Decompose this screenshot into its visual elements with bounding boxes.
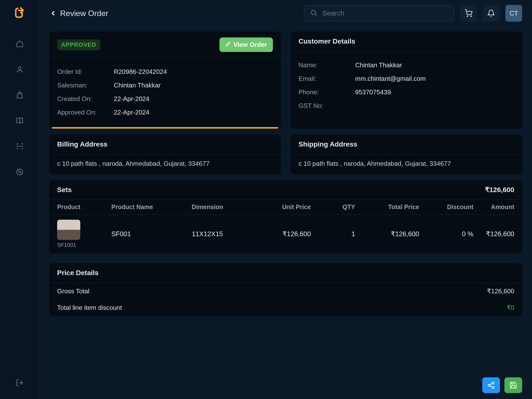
- shipping-title: Shipping Address: [291, 134, 522, 154]
- search-box[interactable]: [304, 5, 454, 21]
- info-value: 9537075439: [355, 88, 391, 96]
- back-button[interactable]: Review Order: [49, 9, 108, 18]
- main: Review Order CT APPROVED View Order: [39, 0, 532, 399]
- order-info-row: Approved On:22-Apr-2024: [57, 106, 273, 119]
- avatar[interactable]: CT: [505, 5, 522, 22]
- col-name: Product Name: [111, 203, 173, 211]
- product-dimension: 11X12X15: [173, 230, 242, 238]
- col-unit-price: Unit Price: [242, 203, 311, 211]
- order-info-row: Created On:22-Apr-2024: [57, 92, 273, 106]
- svg-point-3: [311, 10, 316, 15]
- search-input[interactable]: [322, 9, 448, 17]
- table-header: Product Product Name Dimension Unit Pric…: [49, 200, 522, 215]
- svg-point-1: [18, 171, 19, 171]
- billing-card: Billing Address c 10 path flats , naroda…: [49, 134, 281, 174]
- customer-info-row: Name:Chintan Thakkar: [299, 58, 514, 72]
- col-product: Product: [57, 203, 111, 211]
- page-title: Review Order: [60, 9, 108, 18]
- info-label: Order Id:: [57, 68, 114, 76]
- share-button[interactable]: [482, 377, 500, 393]
- info-value: R20986-22042024: [114, 68, 167, 76]
- info-value: 22-Apr-2024: [114, 109, 150, 116]
- order-info-row: Order Id:R20986-22042024: [57, 65, 273, 79]
- sidebar-nav: [15, 39, 24, 378]
- price-row: Total line item discount₹0: [49, 299, 522, 316]
- svg-point-2: [20, 173, 21, 173]
- product-cell: SF1001: [57, 220, 111, 248]
- customer-info-row: GST No:: [299, 99, 514, 113]
- logout-icon[interactable]: [15, 378, 24, 387]
- home-icon[interactable]: [15, 39, 24, 48]
- price-value: ₹0: [507, 304, 514, 312]
- col-amount: Amount: [473, 203, 514, 211]
- app-logo: [13, 6, 27, 20]
- info-label: Phone:: [299, 88, 355, 96]
- svg-point-7: [488, 384, 490, 386]
- sets-title: Sets: [57, 186, 72, 194]
- price-label: Gross Total: [57, 287, 89, 295]
- discount-icon[interactable]: [15, 167, 24, 176]
- info-value: 22-Apr-2024: [114, 95, 150, 103]
- product-amount: ₹126,600: [473, 230, 514, 238]
- svg-point-8: [492, 386, 494, 388]
- topbar: Review Order CT: [39, 0, 532, 27]
- info-value: Chintan Thakkar: [114, 82, 161, 89]
- product-code: SF1001: [57, 242, 76, 248]
- price-details-card: Price Details Gross Total₹126,600Total l…: [49, 263, 522, 316]
- info-label: Salesman:: [57, 82, 114, 89]
- search-icon: [310, 9, 317, 17]
- info-label: Approved On:: [57, 109, 114, 116]
- table-row: SF1001SF00111X12X15₹126,6001₹126,6000 %₹…: [49, 215, 522, 253]
- svg-point-5: [471, 16, 471, 17]
- customer-info-row: Email:mm.chintant@gmail.com: [299, 72, 514, 85]
- info-label: GST No:: [299, 102, 355, 110]
- billing-title: Billing Address: [49, 134, 281, 154]
- billing-address: c 10 path flats , naroda, Ahmedabad, Guj…: [49, 154, 281, 174]
- cart-button[interactable]: [460, 5, 477, 22]
- product-qty: 1: [311, 230, 355, 238]
- shipping-address: c 10 path flats , naroda, Ahmedabad, Guj…: [291, 154, 522, 174]
- scan-icon[interactable]: [15, 142, 24, 151]
- info-label: Name:: [299, 61, 355, 69]
- view-order-button[interactable]: View Order: [219, 37, 273, 52]
- content: APPROVED View Order Order Id:R20986-2204…: [39, 27, 532, 399]
- user-icon[interactable]: [15, 65, 24, 74]
- pencil-icon: [225, 41, 231, 49]
- sets-card: Sets ₹126,600 Product Product Name Dimen…: [49, 180, 522, 253]
- product-discount: 0 %: [419, 230, 473, 238]
- info-label: Email:: [299, 75, 355, 83]
- customer-card: Customer Details Name:Chintan ThakkarEma…: [291, 32, 522, 129]
- notification-button[interactable]: [483, 5, 499, 22]
- customer-info-row: Phone:9537075439: [299, 85, 514, 99]
- product-name: SF001: [111, 230, 173, 238]
- sets-total: ₹126,600: [485, 186, 514, 194]
- product-thumb: [57, 220, 80, 240]
- svg-point-0: [18, 67, 21, 69]
- sidebar-bottom: [15, 378, 24, 393]
- order-card: APPROVED View Order Order Id:R20986-2204…: [49, 32, 281, 129]
- svg-point-4: [467, 16, 468, 17]
- order-info-row: Salesman:Chintan Thakkar: [57, 79, 273, 92]
- sidebar: [0, 0, 39, 399]
- info-value: mm.chintant@gmail.com: [355, 75, 426, 83]
- svg-point-6: [492, 382, 494, 384]
- col-qty: QTY: [311, 203, 355, 211]
- price-row: Gross Total₹126,600: [49, 283, 522, 299]
- info-label: Created On:: [57, 95, 114, 103]
- price-label: Total line item discount: [57, 304, 122, 312]
- view-order-label: View Order: [233, 41, 267, 49]
- customer-title: Customer Details: [291, 32, 522, 51]
- shipping-card: Shipping Address c 10 path flats , narod…: [291, 134, 522, 174]
- info-value: Chintan Thakkar: [355, 61, 402, 69]
- col-dimension: Dimension: [173, 203, 242, 211]
- bottom-actions: [482, 377, 522, 393]
- status-badge: APPROVED: [57, 39, 100, 50]
- product-unit-price: ₹126,600: [242, 230, 311, 238]
- col-discount: Discount: [419, 203, 473, 211]
- bag-icon[interactable]: [15, 91, 24, 100]
- product-total-price: ₹126,600: [355, 230, 419, 238]
- price-details-title: Price Details: [49, 263, 522, 283]
- price-value: ₹126,600: [487, 287, 514, 295]
- book-icon[interactable]: [15, 116, 24, 125]
- save-button[interactable]: [504, 377, 522, 393]
